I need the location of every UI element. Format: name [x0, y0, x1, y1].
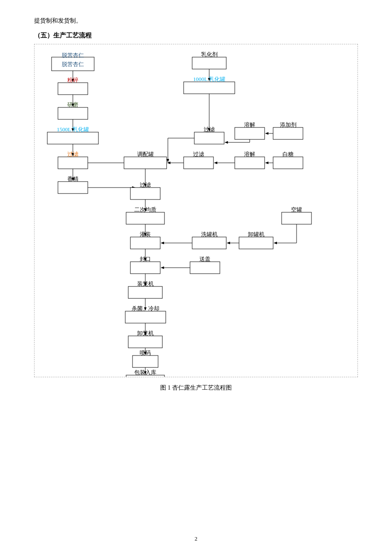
svg-rect-15: [130, 188, 160, 199]
box-tuoku-xingren: 脱苦杏仁: [62, 61, 84, 67]
svg-rect-42: [235, 127, 265, 139]
svg-rect-21: [128, 336, 162, 348]
svg-rect-17: [130, 237, 160, 249]
svg-rect-14: [124, 157, 167, 169]
svg-rect-2: [58, 83, 88, 95]
svg-rect-3: [58, 107, 88, 119]
svg-rect-22: [133, 356, 158, 367]
svg-rect-43: [273, 157, 303, 169]
svg-rect-16: [126, 212, 164, 224]
svg-rect-20: [125, 311, 166, 323]
flowchart-svg: 脱苦杏仁: [43, 53, 350, 377]
figure-caption: 图 1 杏仁露生产工艺流程图: [34, 384, 358, 392]
svg-rect-44: [235, 157, 265, 169]
flowchart-border: 脱苦杏仁: [34, 44, 358, 377]
intro-text: 提货制和发货制。: [34, 17, 358, 25]
svg-rect-60: [190, 262, 220, 274]
svg-rect-53: [282, 212, 311, 224]
svg-rect-50: [184, 157, 213, 169]
svg-rect-19: [128, 286, 162, 298]
page: 提货制和发货制。 （五）生产工艺流程 脱苦杏仁: [0, 0, 392, 555]
svg-rect-18: [130, 262, 160, 274]
svg-rect-34: [184, 82, 235, 94]
svg-rect-35: [194, 132, 224, 144]
section-title: （五）生产工艺流程: [34, 32, 358, 40]
svg-rect-55: [192, 237, 226, 249]
svg-rect-4: [47, 132, 98, 144]
page-number: 2: [34, 535, 358, 542]
svg-rect-5: [58, 157, 88, 169]
svg-rect-33: [192, 57, 226, 69]
svg-rect-6: [58, 182, 88, 194]
svg-rect-54: [239, 237, 273, 249]
svg-rect-41: [273, 127, 303, 139]
svg-rect-23: [126, 375, 164, 377]
